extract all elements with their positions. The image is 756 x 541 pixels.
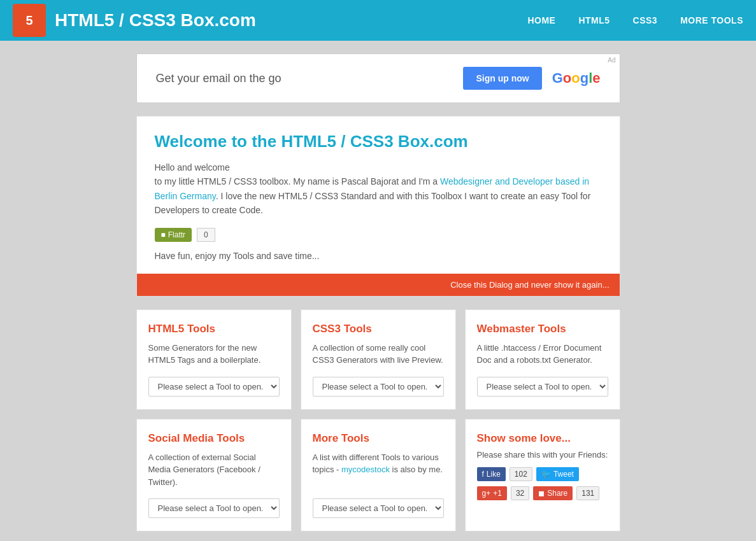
twitter-icon: 🐦: [541, 470, 551, 479]
css3-tools-desc: A collection of some really cool CSS3 Ge…: [313, 342, 444, 367]
welcome-box: Welcome to the HTML5 / CSS3 Box.com Hell…: [136, 116, 620, 297]
social-media-tools-desc: A collection of external Social Media Ge…: [148, 451, 280, 489]
ad-text: Get your email on the go: [156, 72, 282, 85]
gplus-count: 32: [511, 486, 529, 500]
flattr-count: 0: [197, 228, 215, 242]
social-media-tools-select[interactable]: Please select a Tool to open...: [148, 498, 280, 518]
facebook-count: 102: [510, 467, 532, 481]
google-logo: Google: [552, 70, 601, 87]
gplus-button[interactable]: g+ +1: [477, 486, 507, 500]
more-tools-select[interactable]: Please select a Tool to open...: [313, 498, 444, 518]
flattr-button[interactable]: ■ Flattr: [155, 228, 192, 242]
webmaster-tools-title: Webmaster Tools: [477, 323, 608, 335]
mycodestock-link[interactable]: mycodestock: [341, 465, 390, 474]
main-content: Ad Get your email on the go Sign up now …: [124, 41, 633, 541]
share-button[interactable]: ◼ Share: [533, 486, 573, 500]
fun-text: Have fun, enjoy my Tools and save time..…: [155, 251, 602, 261]
html5-tools-title: HTML5 Tools: [148, 323, 280, 335]
nav-more-tools[interactable]: MORE TOOLS: [680, 15, 743, 25]
nav-css3[interactable]: CSS3: [633, 15, 658, 25]
show-love-card: Show some love... Please share this with…: [465, 419, 620, 532]
share-icon: ◼: [538, 489, 545, 498]
gplus-icon: g+: [482, 489, 491, 498]
more-tools-card: More Tools A list with different Tools t…: [301, 419, 456, 532]
more-tools-desc: A list with different Tools to various t…: [313, 451, 444, 489]
html5-tools-card: HTML5 Tools Some Generators for the new …: [136, 309, 292, 410]
share-count: 131: [576, 486, 599, 500]
webmaster-tools-card: Webmaster Tools A little .htaccess / Err…: [465, 309, 620, 410]
love-desc: Please share this with your Friends:: [477, 450, 608, 460]
gplus-row: g+ +1 32 ◼ Share 131: [477, 486, 608, 500]
html5-logo-icon: 5: [13, 4, 46, 37]
flattr-icon: ■: [161, 230, 166, 239]
webmaster-tools-select[interactable]: Please select a Tool to open...: [477, 377, 608, 397]
webmaster-tools-desc: A little .htaccess / Error Document Doc …: [477, 342, 608, 367]
site-header: 5 HTML5 / CSS3 Box.com HOME HTML5 CSS3 M…: [0, 0, 756, 41]
nav-html5[interactable]: HTML5: [578, 15, 610, 25]
social-media-tools-title: Social Media Tools: [148, 432, 280, 445]
facebook-like-button[interactable]: f Like: [477, 467, 506, 481]
love-title: Show some love...: [477, 432, 608, 445]
share-label: Share: [547, 489, 567, 498]
gplus-label: +1: [493, 489, 502, 498]
close-dialog-bar[interactable]: Close this Dialog and never show it agai…: [137, 274, 620, 296]
html5-logo-text: 5: [25, 13, 32, 28]
flattr-label: Flattr: [168, 230, 185, 239]
welcome-line2-post: . I love the new HTML5 / CSS3 Standard a…: [155, 191, 591, 215]
site-title: HTML5 / CSS3 Box.com: [55, 10, 527, 31]
tools-grid: HTML5 Tools Some Generators for the new …: [136, 309, 620, 532]
ad-right: Sign up now Google: [463, 67, 600, 90]
facebook-row: f Like 102 🐦 Tweet: [477, 467, 608, 481]
facebook-like-label: Like: [487, 470, 501, 479]
twitter-tweet-button[interactable]: 🐦 Tweet: [536, 467, 579, 481]
ad-banner: Ad Get your email on the go Sign up now …: [136, 53, 620, 103]
css3-tools-card: CSS3 Tools A collection of some really c…: [301, 309, 456, 410]
twitter-tweet-label: Tweet: [553, 470, 574, 479]
css3-tools-title: CSS3 Tools: [313, 323, 444, 335]
nav-home[interactable]: HOME: [527, 15, 555, 25]
welcome-line2-pre: to my little HTML5 / CSS3 toolbox. My na…: [155, 176, 441, 186]
ad-label: Ad: [608, 57, 615, 64]
more-tools-title: More Tools: [313, 432, 444, 445]
ad-signup-button[interactable]: Sign up now: [463, 67, 541, 90]
flattr-area: ■ Flattr 0: [155, 228, 602, 242]
welcome-line1: Hello and welcome: [155, 162, 230, 172]
more-tools-desc-post: is also by me.: [390, 465, 443, 474]
facebook-icon: f: [482, 470, 484, 479]
html5-tools-desc: Some Generators for the new HTML5 Tags a…: [148, 342, 280, 367]
css3-tools-select[interactable]: Please select a Tool to open...: [313, 377, 444, 397]
welcome-text: Hello and welcome to my little HTML5 / C…: [155, 160, 602, 218]
html5-tools-select[interactable]: Please select a Tool to open...: [148, 377, 280, 397]
welcome-title: Welcome to the HTML5 / CSS3 Box.com: [155, 132, 602, 151]
social-media-tools-card: Social Media Tools A collection of exter…: [136, 419, 292, 532]
main-nav: HOME HTML5 CSS3 MORE TOOLS: [527, 15, 743, 25]
